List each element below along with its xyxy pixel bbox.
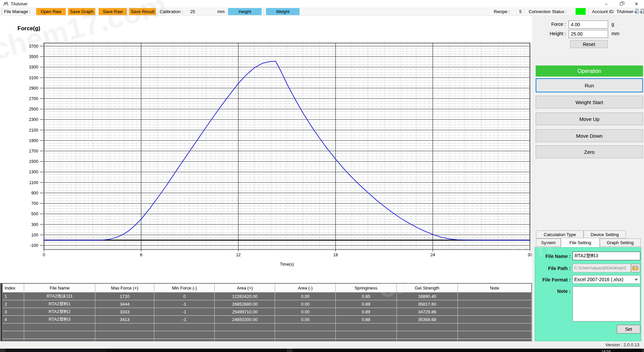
svg-text:1700: 1700 — [29, 149, 38, 153]
recipe-value: 5 — [519, 9, 522, 15]
toolbar-separator — [524, 8, 524, 15]
table-cell: 0.88 — [335, 316, 396, 323]
calibration-label: Calibration : — [160, 9, 183, 15]
table-cell: 0.00 — [275, 293, 335, 300]
taskbar-segment — [0, 349, 5, 352]
tab-graph-setting[interactable]: Graph Setting — [600, 238, 641, 247]
tab-system[interactable]: System — [536, 238, 561, 247]
tab-calculation-type[interactable]: Calculation Type — [536, 230, 584, 238]
minimize-icon: – — [605, 1, 607, 6]
close-button[interactable]: ✕ — [629, 0, 644, 7]
taskbar-segment — [642, 349, 644, 352]
table-cell — [335, 331, 396, 339]
table-cell: 1720 — [95, 293, 154, 300]
table-cell: 35817.60 — [396, 300, 458, 308]
height-unit: mm — [611, 31, 624, 36]
table-cell — [458, 308, 531, 316]
table-row[interactable] — [3, 339, 532, 342]
height-label: Height : — [539, 31, 566, 36]
table-cell: 0.00 — [275, 308, 335, 316]
zero-button[interactable]: Zero — [536, 145, 643, 158]
table-row[interactable] — [3, 331, 532, 339]
table-header-cell[interactable]: Min Force (-) — [154, 284, 215, 293]
save-result-button[interactable]: Save Result — [129, 8, 156, 15]
calibration-value[interactable]: 25 — [190, 9, 195, 15]
force-unit: g — [611, 21, 622, 27]
weight-start-button[interactable]: Weight Start — [536, 96, 643, 108]
table-header-cell[interactable]: Springiness — [335, 284, 396, 293]
table-cell: 3413 — [95, 316, 154, 323]
table-header-cell[interactable]: Note — [458, 284, 531, 293]
move-up-button[interactable]: Move Up — [536, 113, 643, 125]
table-row[interactable]: 2RTA2塑料13444-126852880.000.000.8935817.6… — [3, 300, 532, 308]
browse-folder-button[interactable] — [631, 264, 640, 272]
tab-file-setting[interactable]: File Setting — [561, 238, 600, 247]
table-cell: 26852880.00 — [215, 300, 275, 308]
save-raw-button[interactable]: Save Raw — [99, 8, 127, 15]
svg-text:2700: 2700 — [29, 96, 38, 101]
save-graph-button[interactable]: Save Graph — [68, 8, 95, 15]
run-button[interactable]: Run — [536, 78, 643, 92]
svg-text:3500: 3500 — [29, 54, 38, 59]
table-cell — [215, 339, 275, 342]
svg-text:500: 500 — [31, 212, 38, 216]
table-cell: RTA2塑料3 — [24, 316, 95, 323]
tab-device-setting[interactable]: Device Setting — [584, 230, 626, 238]
table-cell — [3, 323, 24, 331]
table-row[interactable]: 3RTA2塑料23333-125499710.000.000.8934729.8… — [3, 308, 532, 316]
table-cell — [458, 316, 531, 323]
table-header-cell[interactable]: Area (-) — [275, 284, 335, 293]
force-input[interactable] — [569, 20, 608, 29]
table-cell — [458, 331, 531, 339]
file-format-select[interactable]: Excel 2007-2016 (.xlsx) — [573, 275, 640, 284]
recipe-label: Recipe : — [494, 9, 510, 15]
note-textarea[interactable] — [573, 287, 640, 321]
table-row[interactable]: 4RTA2塑料33413-124650200.000.000.8835358.6… — [3, 316, 532, 323]
close-icon: ✕ — [635, 1, 638, 6]
svg-text:2500: 2500 — [29, 107, 38, 112]
table-row[interactable]: 1RTA2泡沫1111720012262420.000.000.8516890.… — [3, 293, 532, 300]
file-format-value: Excel 2007-2016 (.xlsx) — [574, 277, 623, 282]
login-icon[interactable] — [634, 8, 639, 14]
table-cell: 24650200.00 — [215, 316, 275, 323]
table-header-cell[interactable]: Area (+) — [215, 284, 275, 293]
table-cell: 12262420.00 — [215, 293, 275, 300]
chart-axis-labels: -100100300500700900110013001500170019002… — [29, 44, 532, 267]
table-cell — [154, 331, 215, 339]
reset-button[interactable]: Reset — [570, 40, 608, 48]
file-path-label: File Path : — [537, 266, 571, 271]
open-raw-button[interactable]: Open Raw — [36, 8, 66, 15]
svg-text:1500: 1500 — [29, 159, 38, 164]
connection-status-indicator — [576, 8, 586, 15]
table-header-cell[interactable]: Index — [3, 284, 24, 293]
table-cell — [154, 323, 215, 331]
svg-text:3700: 3700 — [29, 44, 38, 49]
version-label: Version : 2.0.0.13 — [605, 342, 639, 347]
move-down-button[interactable]: Move Down — [536, 129, 643, 142]
maximize-button[interactable] — [614, 0, 629, 7]
table-cell — [396, 331, 458, 339]
height-mode-button[interactable]: Height — [228, 8, 262, 15]
table-header-cell[interactable]: Max Force (+) — [95, 284, 154, 293]
table-cell: 3 — [3, 308, 24, 316]
height-input[interactable] — [569, 30, 608, 38]
svg-text:700: 700 — [31, 201, 38, 206]
set-button[interactable]: Set — [617, 325, 640, 334]
logout-icon[interactable] — [639, 8, 644, 14]
table-cell: 0.00 — [275, 316, 335, 323]
weight-mode-button[interactable]: Weight — [266, 8, 300, 15]
file-name-input[interactable] — [573, 252, 640, 260]
toolbar: File Manage : Open Raw Save Graph Save R… — [0, 7, 644, 16]
table-cell: 25499710.00 — [215, 308, 275, 316]
table-header-cell[interactable]: Gel Strength — [396, 284, 458, 293]
table-row[interactable] — [3, 323, 532, 331]
table-cell — [3, 331, 24, 339]
table-cell — [24, 339, 95, 342]
svg-text:24: 24 — [430, 253, 435, 257]
minimize-button[interactable]: – — [599, 0, 614, 7]
toolbar-separator — [588, 8, 589, 15]
table-header-cell[interactable]: File Name — [24, 284, 95, 293]
operation-header: Operation — [536, 65, 643, 77]
os-taskbar[interactable]: 14:58 — [0, 349, 644, 352]
table-cell — [95, 339, 154, 342]
